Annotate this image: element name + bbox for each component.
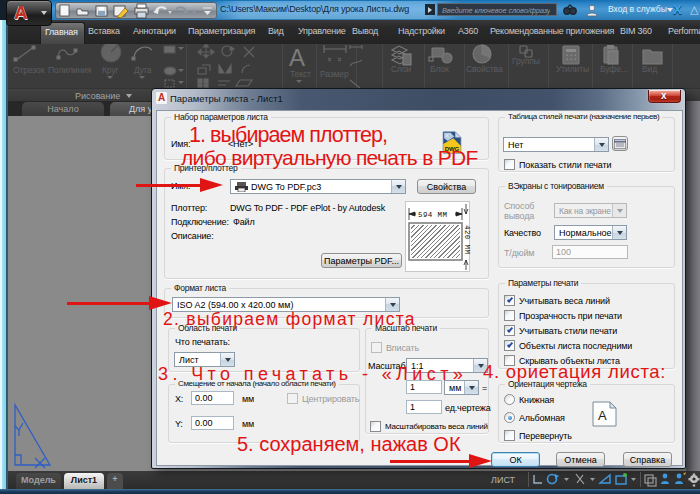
svg-text:A: A <box>598 408 607 423</box>
svg-text:594 MM: 594 MM <box>418 211 448 219</box>
svg-text:A: A <box>289 44 305 71</box>
svg-text:420 MM: 420 MM <box>463 225 471 255</box>
